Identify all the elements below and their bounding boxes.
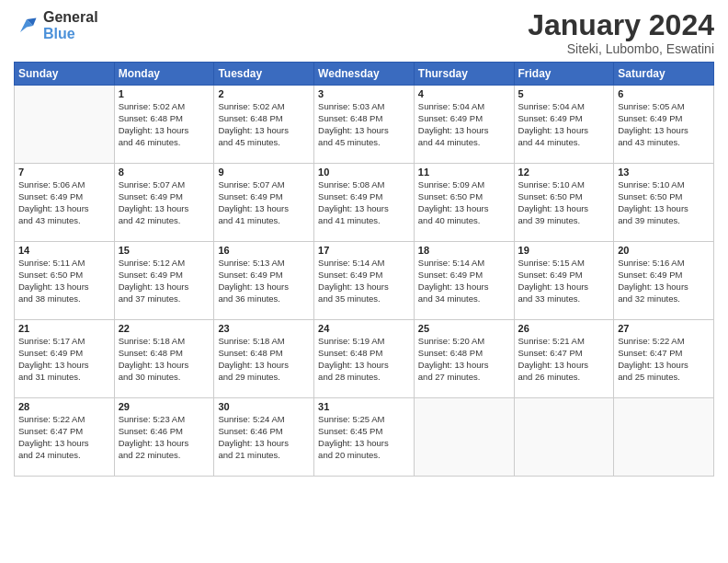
calendar-cell bbox=[514, 398, 614, 477]
day-number: 6 bbox=[618, 88, 710, 99]
day-number: 19 bbox=[518, 245, 610, 256]
calendar-week-row: 7Sunrise: 5:06 AMSunset: 6:49 PMDaylight… bbox=[15, 164, 714, 242]
calendar-cell: 8Sunrise: 5:07 AMSunset: 6:49 PMDaylight… bbox=[114, 164, 214, 242]
day-info: Sunrise: 5:18 AMSunset: 6:48 PMDaylight:… bbox=[119, 336, 210, 383]
header: General Blue January 2024 Siteki, Lubomb… bbox=[14, 9, 714, 56]
calendar-cell: 17Sunrise: 5:14 AMSunset: 6:49 PMDayligh… bbox=[314, 242, 415, 320]
day-number: 8 bbox=[119, 167, 210, 178]
calendar-cell: 31Sunrise: 5:25 AMSunset: 6:45 PMDayligh… bbox=[314, 398, 415, 477]
calendar-cell: 25Sunrise: 5:20 AMSunset: 6:48 PMDayligh… bbox=[414, 320, 514, 398]
calendar-cell: 30Sunrise: 5:24 AMSunset: 6:46 PMDayligh… bbox=[214, 398, 314, 477]
day-number: 5 bbox=[518, 88, 610, 99]
day-info: Sunrise: 5:12 AMSunset: 6:49 PMDaylight:… bbox=[119, 258, 210, 304]
calendar-cell: 14Sunrise: 5:11 AMSunset: 6:50 PMDayligh… bbox=[15, 242, 115, 320]
day-info: Sunrise: 5:10 AMSunset: 6:50 PMDaylight:… bbox=[518, 179, 610, 226]
day-info: Sunrise: 5:07 AMSunset: 6:49 PMDaylight:… bbox=[218, 179, 310, 226]
calendar-cell: 22Sunrise: 5:18 AMSunset: 6:48 PMDayligh… bbox=[114, 320, 214, 398]
day-number: 20 bbox=[618, 245, 710, 256]
day-number: 26 bbox=[518, 323, 610, 334]
calendar-cell: 29Sunrise: 5:23 AMSunset: 6:46 PMDayligh… bbox=[114, 398, 214, 477]
day-number: 25 bbox=[418, 323, 510, 334]
calendar-cell: 1Sunrise: 5:02 AMSunset: 6:48 PMDaylight… bbox=[114, 86, 214, 164]
calendar-cell bbox=[15, 86, 115, 164]
calendar-cell: 9Sunrise: 5:07 AMSunset: 6:49 PMDaylight… bbox=[214, 164, 314, 242]
calendar-cell: 21Sunrise: 5:17 AMSunset: 6:49 PMDayligh… bbox=[15, 320, 115, 398]
day-info: Sunrise: 5:09 AMSunset: 6:50 PMDaylight:… bbox=[418, 179, 510, 226]
logo-icon bbox=[14, 13, 40, 39]
day-number: 30 bbox=[218, 401, 310, 412]
day-info: Sunrise: 5:02 AMSunset: 6:48 PMDaylight:… bbox=[218, 101, 310, 148]
day-info: Sunrise: 5:24 AMSunset: 6:46 PMDaylight:… bbox=[218, 414, 310, 461]
calendar-week-row: 21Sunrise: 5:17 AMSunset: 6:49 PMDayligh… bbox=[15, 320, 714, 398]
page: General Blue January 2024 Siteki, Lubomb… bbox=[0, 0, 728, 563]
calendar-day-header: Friday bbox=[514, 63, 614, 86]
calendar-week-row: 1Sunrise: 5:02 AMSunset: 6:48 PMDaylight… bbox=[15, 86, 714, 164]
calendar-cell bbox=[414, 398, 514, 477]
day-info: Sunrise: 5:04 AMSunset: 6:49 PMDaylight:… bbox=[518, 101, 610, 148]
main-title: January 2024 bbox=[528, 9, 714, 41]
calendar-cell: 11Sunrise: 5:09 AMSunset: 6:50 PMDayligh… bbox=[414, 164, 514, 242]
day-number: 24 bbox=[318, 323, 410, 334]
calendar-cell: 27Sunrise: 5:22 AMSunset: 6:47 PMDayligh… bbox=[614, 320, 714, 398]
day-number: 11 bbox=[418, 167, 510, 178]
day-info: Sunrise: 5:22 AMSunset: 6:47 PMDaylight:… bbox=[18, 414, 110, 461]
day-number: 7 bbox=[18, 167, 110, 178]
calendar-day-header: Sunday bbox=[15, 63, 115, 86]
calendar-cell: 15Sunrise: 5:12 AMSunset: 6:49 PMDayligh… bbox=[114, 242, 214, 320]
calendar-cell: 5Sunrise: 5:04 AMSunset: 6:49 PMDaylight… bbox=[514, 86, 614, 164]
day-info: Sunrise: 5:10 AMSunset: 6:50 PMDaylight:… bbox=[618, 179, 710, 226]
calendar-cell: 24Sunrise: 5:19 AMSunset: 6:48 PMDayligh… bbox=[314, 320, 415, 398]
day-number: 13 bbox=[618, 167, 710, 178]
day-number: 16 bbox=[218, 245, 310, 256]
calendar-cell: 3Sunrise: 5:03 AMSunset: 6:48 PMDaylight… bbox=[314, 86, 415, 164]
calendar-day-header: Saturday bbox=[614, 63, 714, 86]
day-number: 27 bbox=[618, 323, 710, 334]
day-info: Sunrise: 5:13 AMSunset: 6:49 PMDaylight:… bbox=[218, 258, 310, 304]
day-info: Sunrise: 5:08 AMSunset: 6:49 PMDaylight:… bbox=[318, 179, 410, 226]
day-info: Sunrise: 5:25 AMSunset: 6:45 PMDaylight:… bbox=[318, 414, 410, 461]
day-info: Sunrise: 5:14 AMSunset: 6:49 PMDaylight:… bbox=[418, 258, 510, 304]
title-block: January 2024 Siteki, Lubombo, Eswatini bbox=[528, 9, 714, 56]
day-info: Sunrise: 5:02 AMSunset: 6:48 PMDaylight:… bbox=[119, 101, 210, 148]
calendar-week-row: 14Sunrise: 5:11 AMSunset: 6:50 PMDayligh… bbox=[15, 242, 714, 320]
day-number: 2 bbox=[218, 88, 310, 99]
day-number: 21 bbox=[18, 323, 110, 334]
calendar-cell: 2Sunrise: 5:02 AMSunset: 6:48 PMDaylight… bbox=[214, 86, 314, 164]
calendar-cell: 10Sunrise: 5:08 AMSunset: 6:49 PMDayligh… bbox=[314, 164, 415, 242]
day-number: 31 bbox=[318, 401, 410, 412]
logo: General Blue bbox=[14, 9, 98, 42]
day-info: Sunrise: 5:19 AMSunset: 6:48 PMDaylight:… bbox=[318, 336, 410, 383]
day-info: Sunrise: 5:16 AMSunset: 6:49 PMDaylight:… bbox=[618, 258, 710, 304]
day-number: 23 bbox=[218, 323, 310, 334]
day-info: Sunrise: 5:22 AMSunset: 6:47 PMDaylight:… bbox=[618, 336, 710, 383]
calendar-cell: 16Sunrise: 5:13 AMSunset: 6:49 PMDayligh… bbox=[214, 242, 314, 320]
day-info: Sunrise: 5:21 AMSunset: 6:47 PMDaylight:… bbox=[518, 336, 610, 383]
calendar-day-header: Tuesday bbox=[214, 63, 314, 86]
day-info: Sunrise: 5:20 AMSunset: 6:48 PMDaylight:… bbox=[418, 336, 510, 383]
day-number: 28 bbox=[18, 401, 110, 412]
calendar-cell: 13Sunrise: 5:10 AMSunset: 6:50 PMDayligh… bbox=[614, 164, 714, 242]
subtitle: Siteki, Lubombo, Eswatini bbox=[528, 41, 714, 56]
calendar-cell: 20Sunrise: 5:16 AMSunset: 6:49 PMDayligh… bbox=[614, 242, 714, 320]
calendar-cell: 26Sunrise: 5:21 AMSunset: 6:47 PMDayligh… bbox=[514, 320, 614, 398]
logo-text: General Blue bbox=[43, 9, 98, 42]
calendar-cell bbox=[614, 398, 714, 477]
day-number: 22 bbox=[119, 323, 210, 334]
calendar-cell: 7Sunrise: 5:06 AMSunset: 6:49 PMDaylight… bbox=[15, 164, 115, 242]
day-number: 4 bbox=[418, 88, 510, 99]
day-info: Sunrise: 5:06 AMSunset: 6:49 PMDaylight:… bbox=[18, 179, 110, 226]
calendar-cell: 28Sunrise: 5:22 AMSunset: 6:47 PMDayligh… bbox=[15, 398, 115, 477]
day-number: 18 bbox=[418, 245, 510, 256]
calendar-day-header: Thursday bbox=[414, 63, 514, 86]
day-info: Sunrise: 5:14 AMSunset: 6:49 PMDaylight:… bbox=[318, 258, 410, 304]
calendar-cell: 4Sunrise: 5:04 AMSunset: 6:49 PMDaylight… bbox=[414, 86, 514, 164]
day-info: Sunrise: 5:11 AMSunset: 6:50 PMDaylight:… bbox=[18, 258, 110, 304]
calendar-cell: 6Sunrise: 5:05 AMSunset: 6:49 PMDaylight… bbox=[614, 86, 714, 164]
day-info: Sunrise: 5:17 AMSunset: 6:49 PMDaylight:… bbox=[18, 336, 110, 383]
day-info: Sunrise: 5:03 AMSunset: 6:48 PMDaylight:… bbox=[318, 101, 410, 148]
day-info: Sunrise: 5:18 AMSunset: 6:48 PMDaylight:… bbox=[218, 336, 310, 383]
day-number: 12 bbox=[518, 167, 610, 178]
day-number: 15 bbox=[119, 245, 210, 256]
calendar-cell: 23Sunrise: 5:18 AMSunset: 6:48 PMDayligh… bbox=[214, 320, 314, 398]
day-info: Sunrise: 5:04 AMSunset: 6:49 PMDaylight:… bbox=[418, 101, 510, 148]
